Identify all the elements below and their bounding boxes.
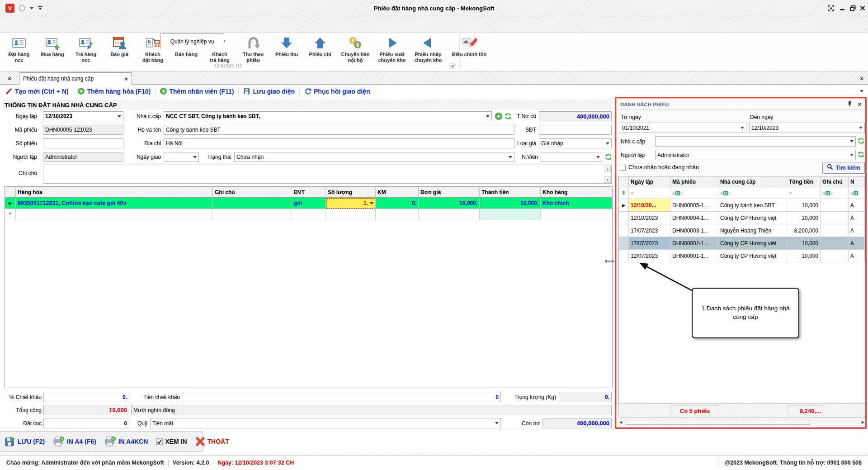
chevron-down-icon[interactable] (596, 156, 600, 158)
minimize-button[interactable] (838, 4, 847, 12)
tab-bar-close-icon[interactable]: × (857, 74, 866, 83)
unreceived-checkbox[interactable]: Chưa nhận hoặc đang nhận (620, 164, 699, 171)
fund-field[interactable]: Tiền mặt (150, 418, 501, 428)
item-km-cell[interactable]: 0. (376, 198, 419, 209)
column-header[interactable]: KM (376, 187, 419, 198)
refresh-staff-icon[interactable] (605, 153, 612, 162)
ngay-lap-field[interactable]: 12/10/2023 (43, 111, 123, 121)
column-header[interactable]: Số lượng (326, 187, 376, 198)
ribbon-button-thu-theo-phieu[interactable]: Thu theophiếu (237, 35, 269, 63)
pin-icon[interactable] (847, 100, 852, 109)
chevron-down-icon[interactable] (118, 115, 121, 118)
print-a4kcn-button[interactable]: ? IN A4KCN (104, 436, 148, 447)
order-total-cell[interactable]: 10,000 (787, 212, 821, 224)
order-date-cell[interactable]: 17/07/2023 (629, 237, 670, 250)
ribbon-button-phieu-nhap-chuyen-kho[interactable]: Phiếu nhậpchuyển kho (410, 35, 446, 63)
order-note-cell[interactable] (821, 199, 849, 212)
ribbon-button-phieu-chi[interactable]: Phiếu chi (304, 35, 336, 57)
column-header[interactable]: Nhà cung cấp (718, 176, 787, 187)
chevron-down-icon[interactable] (850, 140, 854, 142)
new-row-cell[interactable] (541, 209, 612, 220)
nguoi-lap-field[interactable]: Administrator (43, 152, 123, 162)
discount-amount-field[interactable]: 0 (183, 392, 501, 402)
filter-abc-cell[interactable]: aB (849, 187, 865, 199)
ribbon-collapse-button[interactable] (449, 63, 455, 69)
fullscreen-button[interactable] (826, 4, 835, 12)
deposit-field[interactable]: 0 (43, 418, 129, 428)
order-supplier-cell[interactable]: Công ty CP Hương việt (718, 250, 787, 262)
tu-ngay-field[interactable]: 01/10/2021 (620, 123, 746, 133)
create-new-button[interactable]: Tạo mới (Ctrl + N) (5, 88, 68, 95)
trang-thai-field[interactable]: Chưa nhận (234, 152, 514, 162)
restore-layout-button[interactable]: Phục hồi giao diện (304, 88, 370, 95)
column-header[interactable]: ĐVT (292, 187, 326, 198)
order-supplier-cell[interactable]: Công ty CP Hương việt (718, 237, 787, 250)
refresh-panel-supplier-icon[interactable] (858, 138, 864, 146)
item-amount-cell[interactable]: 10,000. (480, 198, 541, 209)
order-creator-cell[interactable]: A (849, 212, 865, 224)
document-tab-close-icon[interactable]: × (124, 76, 128, 82)
filter-abc-cell[interactable]: aBc (821, 187, 849, 199)
scroll-thumb[interactable] (626, 419, 810, 425)
document-tab-active[interactable]: Phiếu đặt hàng nhà cung cấp × (19, 72, 132, 85)
order-supplier-cell[interactable]: Nguyễn Hoàng Thiện (718, 224, 787, 237)
pct-discount-field[interactable]: 0. (43, 392, 129, 402)
new-row-cell[interactable] (326, 209, 376, 220)
order-creator-cell[interactable]: A (849, 237, 865, 250)
order-date-cell[interactable]: 17/07/2023 (629, 224, 670, 237)
quick-access-caret-icon[interactable] (30, 7, 33, 9)
new-row-cell[interactable] (419, 209, 480, 220)
panel-grid-row[interactable]: ▶ 12/10/20... DHN00005-1... Công ty bánh… (619, 199, 865, 212)
order-code-cell[interactable]: DHN00003-1... (670, 224, 718, 237)
chevron-down-icon[interactable] (741, 127, 744, 129)
preview-checkbox[interactable]: XEM IN (156, 438, 187, 445)
order-code-cell[interactable]: DHN00002-1... (670, 237, 718, 250)
toolbar-overflow-chevron-icon[interactable] (860, 90, 863, 92)
chevron-down-icon[interactable] (370, 202, 373, 204)
save-layout-button[interactable]: Lưu giao diện (243, 88, 295, 95)
order-creator-cell[interactable]: A (849, 250, 865, 262)
loai-gia-field[interactable]: Giá nhập (539, 138, 612, 148)
nvien-field[interactable] (541, 152, 602, 162)
ribbon-button-chuyen-tien-noi-bo[interactable]: €$ Chuyển tiềnnội bộ (337, 35, 373, 63)
order-total-cell[interactable]: 10,000 (787, 199, 821, 212)
app-logo-icon[interactable]: V (5, 4, 14, 13)
sdt-field[interactable] (539, 125, 612, 135)
ribbon-button-mua-hang[interactable]: Mua hàng (36, 35, 69, 57)
new-row-cell[interactable] (213, 209, 292, 220)
new-row-cell[interactable] (376, 209, 419, 220)
nha-cap-field[interactable]: NCC CT SBT, Công ty bánh kẹo SBT, (164, 111, 492, 121)
item-note-cell[interactable] (213, 198, 292, 209)
order-code-cell[interactable]: DHN00005-1... (670, 199, 718, 212)
panel-nha-cap-field[interactable] (655, 136, 856, 147)
ribbon-button-dat-hang-ncc[interactable]: Đặt hàngncc (3, 35, 35, 63)
new-row-cell[interactable] (480, 209, 541, 220)
order-note-cell[interactable] (821, 212, 849, 224)
column-header[interactable]: N (849, 176, 865, 187)
order-creator-cell[interactable]: A (849, 224, 865, 237)
column-header[interactable]: Thành tiền (480, 187, 541, 198)
order-date-cell[interactable]: 12/10/2023 (629, 212, 670, 224)
item-name-cell[interactable]: 8935001712831, Cofitos kẹo cafe gói 40v (16, 198, 213, 209)
chevron-down-icon[interactable] (850, 154, 854, 156)
add-item-button[interactable]: Thêm hàng hóa (F10) (78, 88, 151, 95)
so-phieu-field[interactable] (43, 138, 123, 148)
panel-grid-row[interactable]: 17/07/2023 DHN00003-1... Nguyễn Hoàng Th… (619, 224, 865, 237)
filter-equals-cell[interactable]: = (787, 187, 821, 199)
chevron-down-icon[interactable] (509, 156, 512, 158)
order-total-cell[interactable]: 10,000 (787, 250, 821, 262)
order-code-cell[interactable]: DHN00004-1... (670, 212, 718, 224)
new-row-cell[interactable] (16, 209, 213, 220)
column-header[interactable]: Mã phiếu (670, 176, 718, 187)
chevron-down-icon[interactable] (486, 115, 490, 118)
order-note-cell[interactable] (821, 250, 849, 262)
item-price-cell[interactable]: 10,000. (419, 198, 480, 209)
ribbon-button-phieu-thu[interactable]: Phiếu thu (270, 35, 303, 57)
filter-abc-cell[interactable]: aBc (670, 187, 718, 199)
close-window-button[interactable] (858, 4, 867, 12)
chevron-down-icon[interactable] (193, 156, 197, 158)
column-header[interactable]: Kho hàng (541, 187, 612, 198)
filter-pin-icon[interactable] (619, 187, 629, 199)
panel-grid-row-selected[interactable]: 17/07/2023 DHN00002-1... Công ty CP Hươn… (619, 237, 865, 250)
checkbox-unchecked-icon[interactable] (620, 165, 626, 171)
